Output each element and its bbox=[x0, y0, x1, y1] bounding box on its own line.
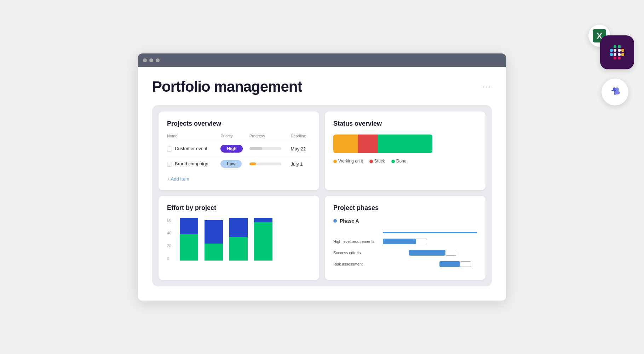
row-checkbox[interactable] bbox=[167, 147, 172, 152]
project-name-cell: Brand campaign bbox=[167, 156, 220, 172]
gantt-label: Risk assessment bbox=[333, 262, 379, 266]
project-phases-card: Project phases Phase A High-level requir… bbox=[325, 196, 485, 280]
bar-group bbox=[205, 220, 223, 261]
bar-blue bbox=[205, 220, 223, 244]
bar-stack bbox=[254, 218, 272, 261]
priority-cell: High bbox=[220, 141, 249, 156]
svg-point-19 bbox=[613, 87, 616, 90]
status-overview-title: Status overview bbox=[333, 120, 477, 127]
priority-badge[interactable]: Low bbox=[220, 160, 242, 168]
bar-green bbox=[205, 244, 223, 261]
bar-green bbox=[229, 237, 248, 261]
gantt-outline bbox=[416, 239, 427, 244]
project-name-cell: Customer event bbox=[167, 141, 220, 156]
phase-name: Phase A bbox=[340, 218, 359, 224]
progress-bar-fill bbox=[249, 147, 262, 150]
priority-cell: Low bbox=[220, 156, 249, 172]
legend-item: Done bbox=[391, 159, 407, 164]
status-bar bbox=[333, 135, 432, 153]
svg-point-17 bbox=[615, 87, 619, 91]
browser-dot-3 bbox=[156, 58, 160, 62]
gantt-rows: High-level requirementsSuccess criteriaR… bbox=[333, 238, 477, 268]
bar-group bbox=[229, 218, 248, 261]
gantt-track bbox=[383, 238, 477, 245]
bar-green bbox=[180, 234, 198, 261]
page-header: Portfolio management ··· bbox=[152, 78, 492, 95]
status-segment bbox=[358, 135, 378, 153]
table-row: Brand campaignLowJuly 1 bbox=[167, 156, 311, 172]
projects-table: Name Priority Progress Deadline Customer… bbox=[167, 134, 311, 171]
effort-title: Effort by project bbox=[167, 204, 311, 212]
legend-dot bbox=[369, 160, 373, 163]
effort-by-project-card: Effort by project 6040200 bbox=[159, 196, 319, 280]
col-progress: Progress bbox=[249, 134, 291, 141]
gantt-bar bbox=[383, 239, 416, 244]
header-more-button[interactable]: ··· bbox=[482, 82, 492, 91]
svg-rect-10 bbox=[614, 49, 616, 52]
project-phases-title: Project phases bbox=[333, 204, 477, 212]
dashboard-outer: Projects overview Name Priority Progress… bbox=[152, 105, 492, 286]
slack-app-icon[interactable] bbox=[600, 35, 634, 69]
bar-stack bbox=[205, 220, 223, 261]
svg-rect-8 bbox=[618, 57, 621, 59]
gantt-label: Success criteria bbox=[333, 251, 379, 255]
table-row: Customer eventHighMay 22 bbox=[167, 141, 311, 156]
progress-cell bbox=[249, 156, 291, 172]
gantt-row: Risk assessment bbox=[333, 260, 477, 268]
svg-rect-7 bbox=[621, 53, 624, 56]
add-item-button[interactable]: + Add Item bbox=[167, 176, 311, 182]
gantt-track bbox=[383, 249, 477, 257]
phase-header: Phase A bbox=[333, 218, 477, 224]
svg-rect-5 bbox=[618, 45, 621, 48]
svg-rect-11 bbox=[618, 49, 621, 52]
page-content: Portfolio management ··· Projects overvi… bbox=[138, 67, 506, 301]
status-segment bbox=[333, 135, 358, 153]
svg-point-18 bbox=[614, 91, 620, 95]
teams-svg bbox=[606, 84, 623, 101]
priority-badge[interactable]: High bbox=[220, 145, 243, 153]
svg-rect-2 bbox=[610, 53, 613, 56]
gantt-row: Success criteria bbox=[333, 249, 477, 257]
gantt-outline bbox=[445, 250, 456, 256]
phase-timeline-bar bbox=[383, 232, 477, 233]
status-bar-container bbox=[333, 135, 477, 153]
browser-dot-1 bbox=[143, 58, 147, 62]
bar-blue bbox=[180, 218, 198, 234]
page-title: Portfolio management bbox=[152, 78, 302, 95]
svg-rect-3 bbox=[610, 49, 613, 52]
phase-bar-row bbox=[333, 229, 477, 233]
progress-bar-fill bbox=[249, 162, 256, 165]
browser-titlebar bbox=[138, 53, 506, 67]
legend-item: Working on it bbox=[333, 159, 363, 164]
progress-bar-wrapper bbox=[249, 147, 281, 150]
browser-dot-2 bbox=[149, 58, 153, 62]
gantt-bar bbox=[409, 250, 445, 256]
deadline-cell: July 1 bbox=[291, 156, 311, 172]
row-checkbox[interactable] bbox=[167, 162, 172, 167]
svg-rect-13 bbox=[618, 53, 621, 56]
legend-item: Stuck bbox=[369, 159, 385, 164]
bar-group bbox=[180, 218, 198, 261]
gantt-row: High-level requirements bbox=[333, 238, 477, 245]
projects-overview-title: Projects overview bbox=[167, 120, 311, 127]
col-deadline: Deadline bbox=[291, 134, 311, 141]
legend-dot bbox=[333, 160, 337, 163]
status-overview-card: Status overview Working on itStuckDone bbox=[325, 112, 485, 190]
gantt-outline bbox=[460, 261, 471, 267]
bar-green bbox=[254, 222, 272, 261]
svg-rect-12 bbox=[614, 53, 616, 56]
col-name: Name bbox=[167, 134, 220, 141]
gantt-label: High-level requirements bbox=[333, 239, 379, 244]
slack-svg bbox=[607, 42, 627, 62]
legend-dot bbox=[391, 160, 395, 163]
bar-blue bbox=[254, 218, 272, 222]
svg-rect-9 bbox=[614, 57, 616, 59]
progress-cell bbox=[249, 141, 291, 156]
status-segment bbox=[378, 135, 432, 153]
bar-blue bbox=[229, 218, 248, 237]
teams-app-icon[interactable] bbox=[602, 79, 628, 105]
browser-window: Portfolio management ··· Projects overvi… bbox=[138, 53, 506, 301]
gantt-container: Phase A High-level requirementsSuccess c… bbox=[333, 218, 477, 268]
svg-rect-6 bbox=[621, 49, 624, 52]
status-legend: Working on itStuckDone bbox=[333, 159, 477, 164]
